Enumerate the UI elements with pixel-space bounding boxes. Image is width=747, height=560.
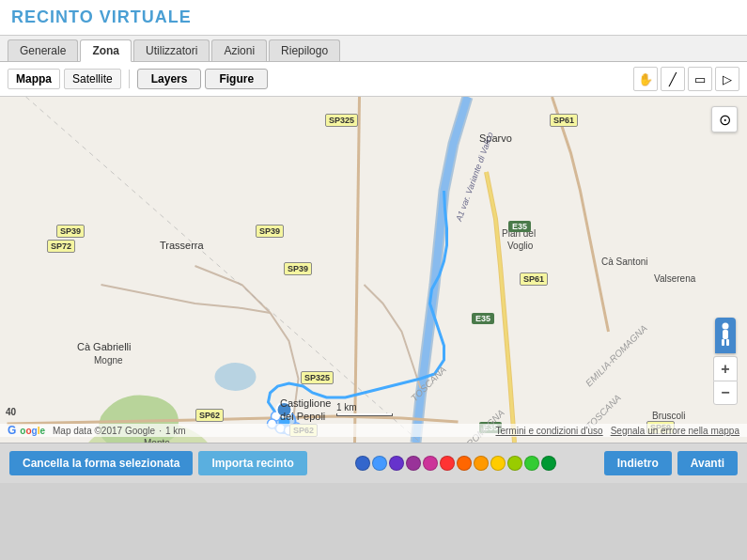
bottom-toolbar: Cancella la forma selezionata Importa re… <box>0 443 747 483</box>
color-dot-7[interactable] <box>474 456 489 471</box>
terms-link[interactable]: Termini e condizioni d'uso <box>495 426 602 436</box>
title-bar: RECINTO VIRTUALE <box>0 0 747 36</box>
mappa-btn[interactable]: Mappa <box>8 69 60 89</box>
toolbar-icons: ✋ ╱ ▭ ▷ <box>633 67 739 91</box>
tab-riepilogo[interactable]: Riepilogo <box>269 39 340 61</box>
map-area[interactable]: Sparvo Trasserra Cà Gabrielli Mogne Cast… <box>0 97 747 443</box>
scale-separator: · <box>159 426 162 436</box>
line-tool-btn[interactable]: ╱ <box>661 67 685 91</box>
rect-tool-btn[interactable]: ▭ <box>688 67 712 91</box>
scale-bar <box>336 413 393 416</box>
import-fence-btn[interactable]: Importa recinto <box>198 451 306 475</box>
svg-rect-15 <box>726 339 729 346</box>
pegman-icon <box>719 322 732 349</box>
svg-point-12 <box>723 323 729 330</box>
svg-line-11 <box>26 97 421 443</box>
layers-btn[interactable]: Layers <box>137 69 202 89</box>
pegman-btn[interactable] <box>715 318 736 353</box>
streetview-icon-btn[interactable]: ⊙ <box>711 106 738 132</box>
map-attribution: Google Map data ©2017 Google · 1 km Term… <box>0 424 747 437</box>
nav-buttons: Indietro Avanti <box>604 451 738 475</box>
tab-generale[interactable]: Generale <box>8 39 78 61</box>
svg-point-1 <box>215 363 257 391</box>
color-dot-5[interactable] <box>440 456 455 471</box>
color-dot-1[interactable] <box>372 456 387 471</box>
color-palette <box>313 456 599 471</box>
nav-tabs: Generale Zona Utilizzatori Azioni Riepil… <box>0 36 747 62</box>
next-btn[interactable]: Avanti <box>677 451 738 475</box>
map-controls: ⊙ <box>711 106 738 132</box>
color-dot-4[interactable] <box>423 456 438 471</box>
scale-container: 1 km <box>336 402 393 416</box>
pegman-container <box>715 318 736 353</box>
google-logo: G <box>8 424 16 437</box>
color-dot-6[interactable] <box>457 456 472 471</box>
svg-point-10 <box>277 402 292 417</box>
zoom-out-btn[interactable]: − <box>713 381 738 405</box>
back-btn[interactable]: Indietro <box>604 451 672 475</box>
map-data-attr: Map data ©2017 Google <box>53 426 155 436</box>
color-dot-2[interactable] <box>389 456 404 471</box>
tab-azioni[interactable]: Azioni <box>211 39 267 61</box>
scale-label: 1 km <box>336 402 393 412</box>
forward-btn[interactable]: ▷ <box>715 67 739 91</box>
color-dot-8[interactable] <box>490 456 506 471</box>
color-dot-11[interactable] <box>541 456 556 471</box>
app-title: RECINTO VIRTUALE <box>11 8 736 27</box>
svg-rect-13 <box>723 330 728 339</box>
cancel-shape-btn[interactable]: Cancella la forma selezionata <box>9 451 193 475</box>
svg-line-2 <box>355 97 360 443</box>
color-dot-10[interactable] <box>524 456 539 471</box>
map-toolbar: Mappa Satellite Layers Figure ✋ ╱ ▭ ▷ <box>0 62 747 97</box>
zoom-controls: + − <box>713 356 738 405</box>
satellite-btn[interactable]: Satellite <box>64 69 121 89</box>
map-svg <box>0 97 747 443</box>
app-container: RECINTO VIRTUALE Generale Zona Utilizzat… <box>0 0 747 483</box>
color-dot-9[interactable] <box>507 456 522 471</box>
svg-rect-14 <box>722 339 724 346</box>
tab-utilizzatori[interactable]: Utilizzatori <box>133 39 210 61</box>
hand-tool-btn[interactable]: ✋ <box>633 67 658 91</box>
separator <box>129 70 130 88</box>
color-dot-3[interactable] <box>406 456 421 471</box>
tab-zona[interactable]: Zona <box>80 39 132 62</box>
color-dot-0[interactable] <box>355 456 370 471</box>
zoom-in-btn[interactable]: + <box>713 356 738 381</box>
figure-btn[interactable]: Figure <box>205 69 268 89</box>
scale-text: 1 km <box>165 426 186 436</box>
report-link[interactable]: Segnala un errore nella mappa <box>611 426 739 436</box>
